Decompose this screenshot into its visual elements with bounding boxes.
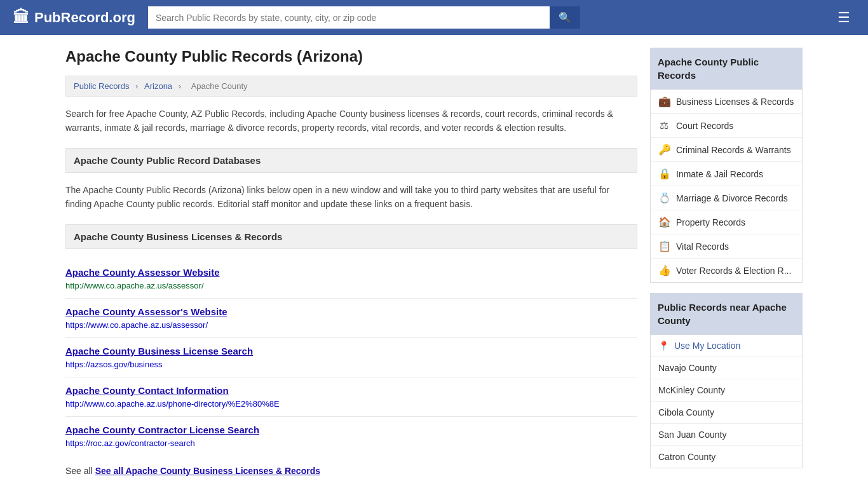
search-button[interactable]: 🔍 (550, 6, 580, 29)
sidebar-nearby-list: 📍 Use My Location Navajo County McKinley… (650, 335, 803, 468)
cibola-county-label: Cibola County (658, 407, 714, 417)
sidebar-item-label-inmate: Inmate & Jail Records (676, 169, 763, 179)
sidebar-item-label-business: Business Licenses & Records (676, 97, 794, 107)
sidebar-item-property[interactable]: 🏠 Property Records (651, 210, 802, 234)
sidebar-item-cibola[interactable]: Cibola County (651, 402, 802, 424)
logo-text: PubRecord.org (34, 10, 135, 26)
sidebar-item-label-voter: Voter Records & Election R... (676, 266, 791, 276)
house-icon: 🏠 (658, 216, 670, 228)
page-description: Search for free Apache County, AZ Public… (65, 107, 637, 135)
breadcrumb-sep-2: › (179, 81, 184, 91)
sidebar-item-inmate[interactable]: 🔒 Inmate & Jail Records (651, 162, 802, 186)
record-entry-1: Apache County Assessor Website http://ww… (65, 259, 637, 299)
thumbsup-icon: 👍 (658, 264, 670, 276)
main-wrapper: Apache County Public Records (Arizona) P… (53, 35, 815, 488)
use-location-label: Use My Location (674, 341, 740, 351)
business-section-header: Apache County Business Licenses & Record… (65, 224, 637, 249)
record-entry-2: Apache County Assessor's Website https:/… (65, 299, 637, 338)
record-link-2[interactable]: Apache County Assessor's Website (65, 306, 637, 317)
sidebar-nearby-section: Public Records near Apache County 📍 Use … (650, 293, 803, 468)
sidebar-item-vital[interactable]: 📋 Vital Records (651, 234, 802, 259)
site-logo[interactable]: 🏛 PubRecord.org (13, 8, 135, 27)
record-entry-3: Apache County Business License Search ht… (65, 338, 637, 377)
sidebar-item-voter[interactable]: 👍 Voter Records & Election R... (651, 259, 802, 282)
sidebar-item-label-vital: Vital Records (676, 241, 729, 252)
see-all-container: See all See all Apache County Business L… (65, 461, 637, 476)
sidebar-item-label-property: Property Records (676, 217, 745, 227)
sidebar-item-label-criminal: Criminal Records & Warrants (676, 145, 791, 155)
breadcrumb-public-records[interactable]: Public Records (74, 81, 129, 91)
main-content: Apache County Public Records (Arizona) P… (65, 48, 637, 478)
databases-section-header: Apache County Public Record Databases (65, 148, 637, 173)
site-header: 🏛 PubRecord.org 🔍 ☰ (0, 0, 868, 35)
breadcrumb-arizona[interactable]: Arizona (144, 81, 172, 91)
menu-button[interactable]: ☰ (832, 7, 855, 29)
record-link-5[interactable]: Apache County Contractor License Search (65, 424, 637, 435)
breadcrumb-sep-1: › (135, 81, 140, 91)
search-input[interactable] (148, 6, 550, 29)
location-pin-icon: 📍 (658, 341, 669, 351)
record-url-4[interactable]: http://www.co.apache.az.us/phone-directo… (65, 399, 280, 409)
sidebar-item-label-court: Court Records (676, 121, 733, 131)
record-link-3[interactable]: Apache County Business License Search (65, 346, 637, 356)
sidebar-item-catron[interactable]: Catron County (651, 446, 802, 468)
sidebar-nearby-header: Public Records near Apache County (650, 293, 803, 335)
navajo-county-label: Navajo County (658, 363, 717, 373)
briefcase-icon: 💼 (658, 95, 670, 107)
ring-icon: 💍 (658, 192, 670, 204)
sidebar-item-sanjuan[interactable]: San Juan County (651, 424, 802, 446)
sidebar-item-mckinley[interactable]: McKinley County (651, 379, 802, 402)
sidebar-records-header: Apache County Public Records (650, 48, 803, 90)
record-url-2[interactable]: https://www.co.apache.az.us/assessor/ (65, 320, 208, 330)
mckinley-county-label: McKinley County (658, 385, 725, 395)
logo-icon: 🏛 (13, 8, 29, 27)
record-entry-5: Apache County Contractor License Search … (65, 417, 637, 456)
sidebar-records-list: 💼 Business Licenses & Records ⚖ Court Re… (650, 90, 803, 283)
databases-description: The Apache County Public Records (Arizon… (65, 183, 637, 212)
sidebar-item-label-marriage: Marriage & Divorce Records (676, 193, 788, 203)
see-all-link[interactable]: See all Apache County Business Licenses … (95, 466, 320, 476)
scales-icon: ⚖ (658, 119, 670, 132)
catron-county-label: Catron County (658, 452, 715, 462)
breadcrumb: Public Records › Arizona › Apache County (65, 76, 637, 97)
sidebar-item-use-location[interactable]: 📍 Use My Location (651, 335, 802, 357)
sidebar-item-marriage[interactable]: 💍 Marriage & Divorce Records (651, 186, 802, 210)
sidebar-item-criminal[interactable]: 🔑 Criminal Records & Warrants (651, 138, 802, 162)
sidebar: Apache County Public Records 💼 Business … (650, 48, 803, 478)
page-title: Apache County Public Records (Arizona) (65, 48, 637, 65)
record-link-4[interactable]: Apache County Contact Information (65, 385, 637, 396)
lock-icon: 🔒 (658, 168, 670, 180)
record-url-5[interactable]: https://roc.az.gov/contractor-search (65, 438, 195, 448)
records-list: Apache County Assessor Website http://ww… (65, 259, 637, 456)
record-entry-4: Apache County Contact Information http:/… (65, 377, 637, 417)
breadcrumb-apache-county: Apache County (191, 81, 248, 91)
search-container: 🔍 (148, 6, 580, 29)
clipboard-icon: 📋 (658, 240, 670, 252)
sidebar-item-navajo[interactable]: Navajo County (651, 357, 802, 379)
key-icon: 🔑 (658, 144, 670, 156)
sidebar-item-court[interactable]: ⚖ Court Records (651, 114, 802, 138)
search-icon: 🔍 (559, 12, 571, 23)
record-link-1[interactable]: Apache County Assessor Website (65, 267, 637, 278)
sanjuan-county-label: San Juan County (658, 430, 726, 440)
sidebar-item-business[interactable]: 💼 Business Licenses & Records (651, 90, 802, 114)
record-url-1[interactable]: http://www.co.apache.az.us/assessor/ (65, 281, 204, 290)
sidebar-records-section: Apache County Public Records 💼 Business … (650, 48, 803, 283)
record-url-3[interactable]: https://azsos.gov/business (65, 360, 162, 369)
